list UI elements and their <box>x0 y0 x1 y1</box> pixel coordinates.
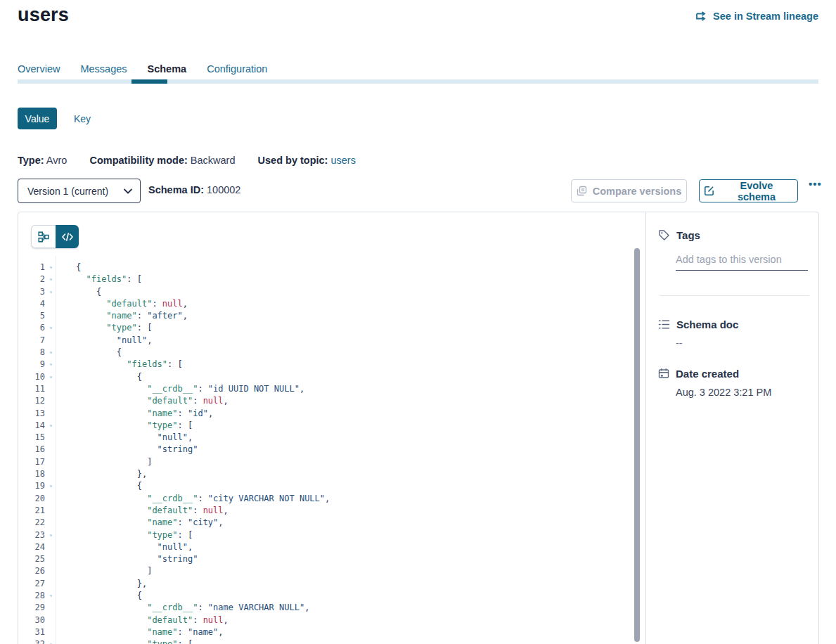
line-number: 8 <box>18 347 45 359</box>
more-actions-button[interactable]: ••• <box>804 177 826 191</box>
tree-view-button[interactable] <box>31 225 56 248</box>
code-text: "null", <box>56 432 193 444</box>
evolve-schema-button[interactable]: Evolve schema <box>699 179 798 202</box>
fold-toggle-icon[interactable]: ▾ <box>46 590 56 602</box>
fold-spacer <box>46 505 56 517</box>
fold-toggle-icon[interactable]: ▾ <box>46 359 56 371</box>
tab-messages[interactable]: Messages <box>80 63 127 77</box>
tags-section-heading: Tags <box>658 229 809 241</box>
code-editor[interactable]: 1▾{2▾ "fields": [3▾ {4 "default": null,5… <box>18 262 646 644</box>
editor-scrollbar[interactable] <box>634 248 640 642</box>
version-select[interactable]: Version 1 (current) <box>18 179 141 203</box>
code-line: 13 "name": "id", <box>18 408 646 420</box>
tab-schema[interactable]: Schema <box>148 63 187 77</box>
compare-versions-button[interactable]: Compare versions <box>571 179 687 202</box>
line-number: 17 <box>18 456 45 468</box>
code-line: 5 "name": "after", <box>18 310 646 322</box>
fold-toggle-icon[interactable]: ▾ <box>46 286 56 298</box>
code-text: "name": "city", <box>56 517 224 529</box>
fold-spacer <box>46 565 56 577</box>
tags-heading-label: Tags <box>676 229 700 241</box>
fold-toggle-icon[interactable]: ▾ <box>46 347 56 359</box>
tab-bar: Overview Messages Schema Configuration <box>18 63 267 77</box>
value-toggle-button[interactable]: Value <box>18 108 57 129</box>
fold-toggle-icon[interactable]: ▾ <box>46 371 56 383</box>
fold-toggle-icon[interactable]: ▾ <box>46 529 56 541</box>
tag-icon <box>658 229 670 241</box>
tab-configuration[interactable]: Configuration <box>207 63 267 77</box>
fold-toggle-icon[interactable]: ▾ <box>46 322 56 334</box>
type-label: Type: <box>18 155 44 166</box>
code-line: 14▾ "type": [ <box>18 420 646 432</box>
tags-input[interactable] <box>676 254 808 271</box>
tree-view-icon <box>38 231 49 243</box>
compare-versions-label: Compare versions <box>593 186 682 197</box>
date-created-heading-label: Date created <box>676 368 739 380</box>
code-line: 8▾ { <box>18 347 646 359</box>
schema-card: 1▾{2▾ "fields": [3▾ {4 "default": null,5… <box>18 212 819 644</box>
line-number: 25 <box>18 553 45 565</box>
key-toggle-button[interactable]: Key <box>70 108 95 129</box>
code-text: "string" <box>56 553 198 565</box>
fold-spacer <box>46 468 56 480</box>
code-text: "type": [ <box>56 529 193 541</box>
code-text: ] <box>56 456 152 468</box>
fold-toggle-icon[interactable]: ▾ <box>46 480 56 492</box>
schema-id: Schema ID: 100002 <box>148 184 240 195</box>
code-line: 29 "__crdb__": "name VARCHAR NULL", <box>18 602 646 614</box>
fold-toggle-icon[interactable]: ▾ <box>46 638 56 644</box>
code-text: }, <box>56 468 147 480</box>
line-number: 15 <box>18 432 45 444</box>
line-number: 31 <box>18 626 45 638</box>
evolve-schema-label: Evolve schema <box>720 180 793 202</box>
line-number: 6 <box>18 322 45 334</box>
version-select-value: Version 1 (current) <box>27 186 108 197</box>
stream-lineage-icon <box>696 11 708 21</box>
code-line: 25 "string" <box>18 553 646 565</box>
fold-spacer <box>46 493 56 505</box>
fold-spacer <box>46 517 56 529</box>
line-number: 29 <box>18 602 45 614</box>
topic-link[interactable]: users <box>330 155 355 166</box>
fold-spacer <box>46 456 56 468</box>
code-text: "default": null, <box>56 395 229 407</box>
code-text: "name": "after", <box>56 310 188 322</box>
line-number: 2 <box>18 273 45 285</box>
code-view-button[interactable] <box>56 225 79 248</box>
schema-id-value: 100002 <box>207 184 240 195</box>
code-line: 12 "default": null, <box>18 395 646 407</box>
code-line: 17 ] <box>18 456 646 468</box>
code-text: { <box>56 480 142 492</box>
fold-spacer <box>46 553 56 565</box>
type-value: Avro <box>46 155 67 166</box>
line-number: 12 <box>18 395 45 407</box>
fold-toggle-icon[interactable]: ▾ <box>46 262 56 273</box>
fold-toggle-icon[interactable]: ▾ <box>46 273 56 285</box>
code-line: 26 ] <box>18 565 646 577</box>
schema-doc-value: -- <box>676 337 809 349</box>
line-number: 11 <box>18 383 45 395</box>
edit-icon <box>704 186 714 196</box>
fold-toggle-icon[interactable]: ▾ <box>46 420 56 432</box>
tab-overview[interactable]: Overview <box>18 63 60 77</box>
line-number: 10 <box>18 371 45 383</box>
code-line: 23▾ "type": [ <box>18 529 646 541</box>
code-line: 31 "name": "name", <box>18 626 646 638</box>
line-number: 13 <box>18 408 45 420</box>
line-number: 21 <box>18 505 45 517</box>
fold-spacer <box>46 626 56 638</box>
code-line: 18 }, <box>18 468 646 480</box>
code-line: 10▾ { <box>18 371 646 383</box>
code-text: "default": null, <box>56 505 229 517</box>
code-line: 20 "__crdb__": "city VARCHAR NOT NULL", <box>18 493 646 505</box>
fold-spacer <box>46 383 56 395</box>
code-line: 19▾ { <box>18 480 646 492</box>
line-number: 14 <box>18 420 45 432</box>
code-view-icon <box>62 233 73 241</box>
line-number: 30 <box>18 614 45 626</box>
code-text: ] <box>56 565 152 577</box>
code-text: "__crdb__": "city VARCHAR NOT NULL", <box>56 493 330 505</box>
fold-spacer <box>46 432 56 444</box>
stream-lineage-link[interactable]: See in Stream lineage <box>696 11 818 22</box>
line-number: 19 <box>18 480 45 492</box>
